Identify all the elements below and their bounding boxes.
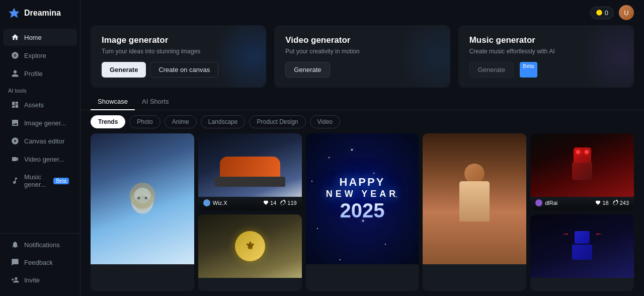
tabs-section: Showcase AI Shorts [80,94,644,110]
pill-product-design[interactable]: Product Design [249,115,305,128]
sidebar-item-profile-label: Profile [24,70,43,78]
car-boosts: 119 [287,200,296,206]
tab-ai-shorts[interactable]: AI Shorts [135,94,176,110]
video-generator-card: Video generator Put your creativity in m… [274,25,450,88]
sidebar-item-assets-label: Assets [24,101,44,109]
music-generator-card: Music generator Create music effortlessl… [458,25,634,88]
logo-text: Dreamina [24,9,61,18]
pill-trends[interactable]: Trends [91,115,125,128]
pill-anime[interactable]: Anime [165,115,197,128]
sidebar-item-notifications-label: Notifications [24,241,60,249]
gallery-user-robot: dlRai [535,199,557,206]
sidebar-item-notifications[interactable]: Notifications [3,236,77,253]
sidebar-item-home-label: Home [24,34,42,41]
sidebar-item-home[interactable]: Home [3,29,77,46]
header: 0 U [80,0,644,25]
sidebar-item-video-gen-label: Video gener... [24,156,64,163]
gallery-user-car: Wiz.X [203,199,227,206]
pill-landscape[interactable]: Landscape [201,115,246,128]
svg-point-1 [596,10,602,16]
gallery-item-robot2[interactable] [530,214,634,291]
sidebar-bottom: Notifications Feedback Invite [0,233,80,294]
credits-count: 0 [605,9,608,17]
svg-point-6 [137,197,140,199]
gallery-col-3 [423,133,526,291]
sidebar-item-feedback[interactable]: Feedback [3,254,77,271]
sidebar-item-canvas[interactable]: Canvas editor [3,132,77,150]
ai-tools-label: AI tools [0,83,80,96]
sidebar-item-explore-label: Explore [24,52,46,59]
gallery-user-robot-name: dlRai [545,200,557,206]
avatar-initial: U [624,9,628,17]
credits-badge: 0 [590,7,614,19]
music-gen-generate-button[interactable]: Generate [469,62,514,78]
svg-marker-0 [9,8,19,18]
image-generator-card: Image generator Turn your ideas into stu… [91,25,266,88]
music-gen-card-badge: Beta [520,62,537,78]
gallery-col-2: HAPPY NEW YEAR 2025 [306,133,419,291]
sidebar-item-feedback-label: Feedback [24,259,53,266]
main-content: 0 U Image generator Turn your ideas into… [80,0,644,296]
sidebar-item-music-gen[interactable]: Music gener... Beta [3,169,77,193]
avatar[interactable]: U [619,5,634,20]
tab-showcase[interactable]: Showcase [91,94,135,110]
sidebar-item-invite[interactable]: Invite [3,271,77,288]
cards-section: Image generator Turn your ideas into stu… [80,25,644,94]
sidebar-item-image-gen[interactable]: Image gener... [3,114,77,131]
sidebar-nav: Home Explore Profile AI tools Assets Ima… [0,26,80,296]
sidebar-item-assets[interactable]: Assets [3,96,77,113]
robot-boosts: 243 [620,200,629,206]
gallery-col-1: Wiz.X 14 119 ⚜ [198,133,302,291]
gallery-item-newyear[interactable]: HAPPY NEW YEAR 2025 [306,133,419,291]
car-likes: 14 [270,200,276,206]
sidebar-item-music-gen-label: Music gener... [24,173,46,188]
sidebar-item-invite-label: Invite [24,276,40,284]
gallery-item-car[interactable]: Wiz.X 14 119 [198,133,302,210]
image-gen-generate-button[interactable]: Generate [102,62,146,78]
sidebar-item-explore[interactable]: Explore [3,47,77,64]
pill-photo[interactable]: Photo [129,115,160,128]
gallery: Wiz.X 14 119 ⚜ [80,133,644,296]
video-gen-generate-button[interactable]: Generate [285,62,330,78]
pill-video[interactable]: Video [310,115,340,128]
sidebar-item-canvas-label: Canvas editor [24,137,64,145]
sidebar-item-image-gen-label: Image gener... [24,119,66,127]
gallery-col-4: dlRai 18 243 [530,133,634,291]
gallery-item-coin[interactable]: ⚜ [198,214,302,291]
gallery-stats-robot: 18 243 [595,200,629,206]
gallery-user-car-name: Wiz.X [213,200,227,206]
robot-likes: 18 [602,200,608,206]
sidebar-item-profile[interactable]: Profile [3,65,77,82]
sidebar-item-video-gen[interactable]: Video gener... [3,151,77,168]
gallery-item-robot[interactable]: dlRai 18 243 [530,133,634,210]
gallery-col-0 [91,133,194,291]
gallery-stats-car: 14 119 [263,200,297,206]
logo[interactable]: Dreamina [0,0,80,26]
sidebar: Dreamina Home Explore Profile AI tools A… [0,0,80,296]
filter-pills: Trends Photo Anime Landscape Product Des… [80,110,644,133]
gallery-item-woman[interactable] [423,133,526,291]
gallery-item-lion[interactable] [91,133,194,291]
header-right: 0 U [590,5,634,20]
svg-point-7 [145,197,147,199]
music-gen-badge: Beta [53,178,69,184]
